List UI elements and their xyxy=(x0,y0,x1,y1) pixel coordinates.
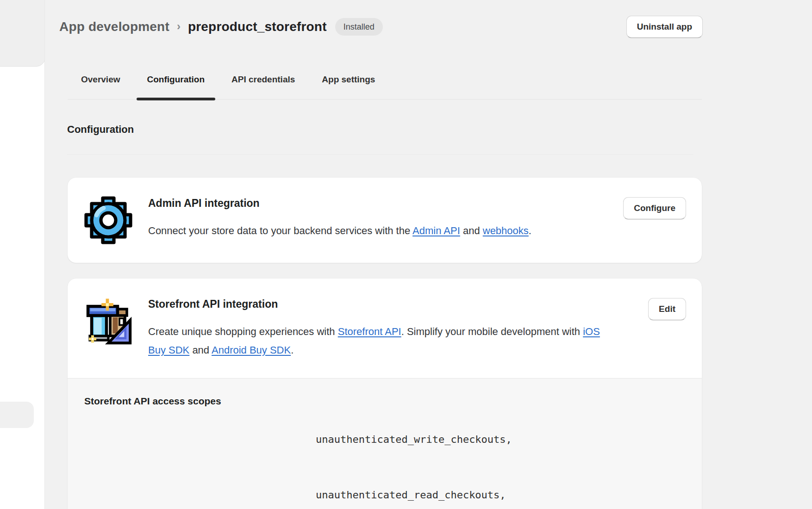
page-header: App development › preproduct_storefront … xyxy=(59,0,703,39)
admin-api-card-title: Admin API integration xyxy=(148,197,607,210)
access-scope-line: unauthenticated_read_checkouts, xyxy=(316,486,543,504)
storefront-desc-text-1: Create unique shopping experiences with xyxy=(148,326,338,337)
admin-api-card: Admin API integration Connect your store… xyxy=(68,178,702,263)
configure-button[interactable]: Configure xyxy=(623,197,686,219)
installed-status-badge: Installed xyxy=(335,18,383,36)
tab-overview[interactable]: Overview xyxy=(68,74,134,99)
admin-desc-text-3: . xyxy=(529,225,531,236)
storefront-api-link[interactable]: Storefront API xyxy=(338,326,401,337)
sidebar-item-partial[interactable] xyxy=(0,402,34,428)
edit-button[interactable]: Edit xyxy=(648,298,686,320)
breadcrumb-app-development[interactable]: App development xyxy=(59,19,169,34)
storefront-desc-text-3: and xyxy=(189,344,212,356)
access-scopes-value: unauthenticated_write_checkouts, unauthe… xyxy=(316,393,543,509)
gear-icon xyxy=(84,196,132,244)
uninstall-app-button[interactable]: Uninstall app xyxy=(626,16,703,38)
access-scope-line: unauthenticated_write_checkouts, xyxy=(316,430,543,449)
settings-modal-content: App development › preproduct_storefront … xyxy=(44,0,812,509)
storefront-api-description: Create unique shopping experiences with … xyxy=(148,323,606,360)
storefront-desc-text-4: . xyxy=(291,344,294,356)
tab-bar: Overview Configuration API credentials A… xyxy=(68,74,702,99)
sidebar-selected-item[interactable] xyxy=(0,0,45,67)
storefront-icon xyxy=(84,297,132,345)
access-scopes-label: Storefront API access scopes xyxy=(84,393,316,407)
android-buy-sdk-link[interactable]: Android Buy SDK xyxy=(212,344,291,356)
section-heading-configuration: Configuration xyxy=(67,124,703,136)
admin-api-link[interactable]: Admin API xyxy=(412,225,460,236)
section-divider xyxy=(67,154,693,155)
tab-app-settings[interactable]: App settings xyxy=(308,74,388,99)
tab-api-credentials[interactable]: API credentials xyxy=(218,74,308,99)
webhooks-link[interactable]: webhooks xyxy=(483,225,529,236)
admin-api-description: Connect your store data to your backend … xyxy=(148,222,565,240)
access-scopes-row: Storefront API access scopes unauthentic… xyxy=(68,378,702,509)
page-title: preproduct_storefront xyxy=(188,19,327,34)
storefront-api-card-title: Storefront API integration xyxy=(148,298,632,310)
admin-desc-text-2: and xyxy=(460,225,483,236)
admin-desc-text-1: Connect your store data to your backend … xyxy=(148,225,412,236)
breadcrumb-separator-icon: › xyxy=(177,20,181,33)
storefront-desc-text-2: . Simplify your mobile development with xyxy=(401,326,583,337)
storefront-api-card: Storefront API integration Create unique… xyxy=(68,279,702,509)
tab-configuration[interactable]: Configuration xyxy=(134,74,219,99)
